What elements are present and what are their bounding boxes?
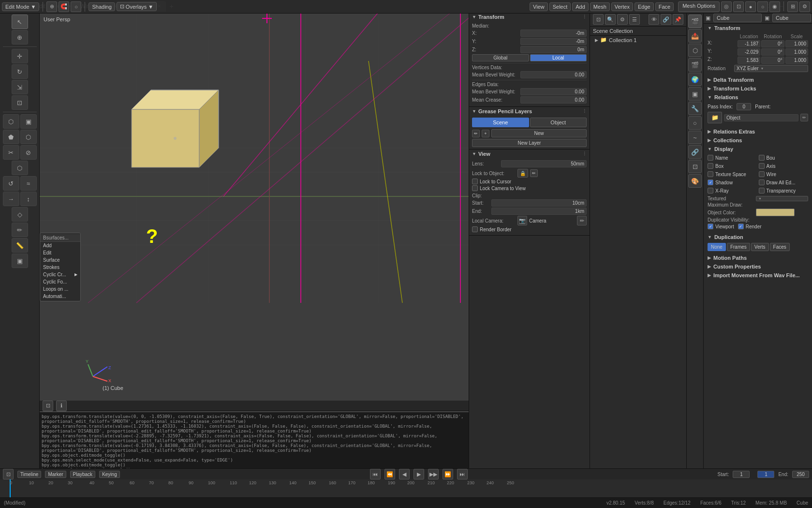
prop-icon-view-layer[interactable]: ⬡ (688, 44, 702, 57)
x-value[interactable]: -0m (520, 30, 587, 37)
lens-val[interactable]: 50mm (501, 160, 587, 167)
gp-header[interactable]: ▼ Grease Pencil Layers ⋮ (469, 107, 590, 116)
local-btn[interactable]: Local (530, 54, 587, 61)
custom-properties-header[interactable]: ▶ Custom Properties (704, 262, 812, 271)
tool-move[interactable]: ✛ (12, 49, 28, 63)
display-transp-cb[interactable] (759, 188, 765, 194)
tl-timeline-label[interactable]: Timeline (17, 471, 41, 478)
prop-icon-material[interactable]: 🎨 (688, 174, 702, 188)
textured-dropdown[interactable] (756, 196, 808, 201)
tl-marker-btn[interactable]: Marker (45, 471, 66, 478)
gp-add-icon[interactable]: + (482, 130, 489, 137)
object-data-name-input[interactable] (772, 14, 811, 22)
gp-new-btn[interactable]: New (491, 129, 587, 137)
dup-frames-btn[interactable]: Frames (727, 243, 750, 251)
tl-play-back-icon[interactable]: ◀ (399, 469, 410, 479)
tool-annotate[interactable]: ✏ (12, 223, 28, 237)
tool-cursor[interactable]: ⊕ (12, 30, 28, 45)
cm-surface[interactable]: Surface (40, 256, 80, 264)
rotation-mode-dropdown[interactable]: XYZ Euler (734, 65, 808, 72)
tl-playback-btn[interactable]: Playback (70, 471, 96, 478)
clip-start-val[interactable]: 10cm (491, 199, 587, 207)
tool-bisect[interactable]: ⊘ (20, 145, 37, 160)
gp-scene-btn[interactable]: Scene (472, 118, 529, 127)
cm-add[interactable]: Add (40, 242, 80, 249)
display-drawalled-cb[interactable] (759, 179, 765, 185)
display-box-cb[interactable] (708, 163, 713, 169)
camera-edit-icon[interactable]: ✏ (577, 216, 587, 225)
z-value[interactable]: 0m (520, 46, 587, 53)
y-value[interactable]: -0m (520, 38, 587, 45)
prop-icon-world[interactable]: 🌍 (688, 73, 702, 86)
mean-crease-val[interactable]: 0.00 (520, 96, 587, 104)
tool-extrude[interactable]: ⬡ (3, 114, 19, 129)
collections-header[interactable]: ▶ Collections (704, 136, 812, 145)
delta-transform-header[interactable]: ▶ Delta Transform (704, 75, 812, 84)
gp-new-layer-btn[interactable]: New Layer (472, 139, 587, 147)
tg-loc-z[interactable]: 1.583 (738, 57, 760, 64)
console-info-icon[interactable]: ℹ (56, 401, 67, 411)
lock-icon[interactable]: 🔒 (517, 169, 528, 178)
view-menu-icon[interactable]: ⋮ (582, 151, 587, 156)
transform-menu-icon[interactable]: ⋮ (582, 15, 587, 19)
obj-color-swatch[interactable] (756, 209, 795, 216)
tl-expand-icon[interactable]: ⊡ (3, 469, 14, 479)
tg-scale-x[interactable]: 1.000 (785, 40, 808, 47)
render-cb[interactable] (738, 224, 744, 229)
display-name-cb[interactable] (708, 155, 713, 161)
tool-poly-build[interactable]: ⬡ (12, 161, 28, 175)
lock-edit-icon[interactable]: ✏ (530, 169, 538, 177)
tg-rot-z[interactable]: 0° (761, 57, 784, 64)
outliner-filter-1[interactable]: 👁 (649, 14, 659, 25)
tool-smooth[interactable]: ≈ (20, 176, 37, 191)
transform-header[interactable]: ▼ Transform ⋮ (469, 13, 590, 21)
cm-cyclic-fo[interactable]: Cyclic Fo... (40, 278, 80, 285)
tl-next-key-icon[interactable]: ⏩ (443, 469, 453, 479)
tl-prev-key-icon[interactable]: ⏪ (384, 469, 395, 479)
display-shadow-cb[interactable] (708, 179, 713, 185)
display-wire-cb[interactable] (759, 171, 765, 177)
prop-icon-scene[interactable]: 🎬 (688, 58, 702, 72)
dup-faces-btn[interactable]: Faces (770, 243, 790, 251)
tool-measure[interactable]: 📏 (12, 238, 28, 253)
tool-select[interactable]: ↖ (12, 15, 28, 29)
viewport-cb[interactable] (708, 224, 713, 229)
tl-frame-current[interactable] (757, 471, 774, 478)
tl-start-icon[interactable]: ⏮ (370, 469, 381, 479)
parent-val[interactable]: Object (724, 114, 798, 121)
tl-play-icon[interactable]: ▶ (413, 469, 424, 479)
mean-bevel-val[interactable]: 0.00 (520, 71, 587, 78)
display-axis-cb[interactable] (759, 163, 765, 169)
dup-verts-btn[interactable]: Verts (751, 243, 769, 251)
motion-paths-header[interactable]: ▶ Motion Paths (704, 254, 812, 262)
render-border-checkbox[interactable] (472, 226, 478, 232)
edges-mean-bevel-val[interactable]: 0.00 (520, 88, 587, 95)
clip-end-val[interactable]: 1km (491, 208, 587, 215)
cm-strokes[interactable]: Strokes (40, 264, 80, 271)
sc-item-collection[interactable]: ▶ 📁 Collection 1 (590, 36, 686, 44)
tool-bevel[interactable]: ⬟ (3, 130, 19, 144)
tg-scale-y[interactable]: 1.000 (785, 48, 808, 56)
camera-icon-btn[interactable]: 📷 (517, 216, 527, 225)
cm-cyclic-cr[interactable]: Cyclic Cr... (40, 271, 80, 278)
tool-add-cube[interactable]: ▣ (12, 254, 28, 268)
cm-loops-on[interactable]: Loops on ... (40, 285, 80, 293)
tl-keying-btn[interactable]: Keying (99, 471, 120, 478)
lock-cursor-checkbox[interactable] (472, 179, 478, 184)
outliner-filter-3[interactable]: 📌 (673, 14, 683, 25)
tl-frame-start[interactable] (733, 471, 750, 478)
tool-inset[interactable]: ▣ (20, 114, 37, 129)
dup-none-btn[interactable]: None (708, 243, 726, 251)
gp-menu-icon[interactable]: ⋮ (582, 109, 587, 114)
obj-transform-header[interactable]: ▼ Transform (704, 24, 812, 32)
global-btn[interactable]: Global (472, 54, 529, 61)
outliner-icon-4[interactable]: ☰ (629, 14, 640, 25)
tool-edge-slide[interactable]: → (3, 192, 19, 206)
gp-object-btn[interactable]: Object (530, 118, 587, 127)
prop-icon-particles[interactable]: ○ (688, 116, 702, 130)
tg-rot-x[interactable]: 0° (761, 40, 784, 47)
prop-icon-modifier[interactable]: 🔧 (688, 102, 702, 115)
tool-knife[interactable]: ✂ (3, 145, 19, 160)
tool-scale[interactable]: ⇲ (12, 80, 28, 94)
prop-icon-physics[interactable]: ~ (688, 131, 702, 144)
